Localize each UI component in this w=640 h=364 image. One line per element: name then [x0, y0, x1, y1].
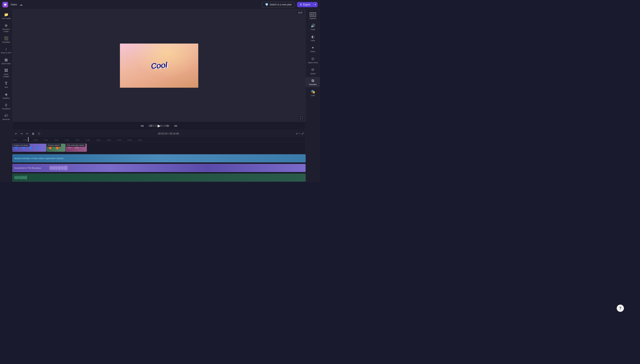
right-item-fade[interactable]: ◐ Fade [306, 33, 320, 43]
captions-label: Captions [309, 18, 316, 20]
sidebar-item-text[interactable]: T Text [0, 80, 12, 90]
sidebar-item-stock-images[interactable]: 🖼 Stock images [0, 67, 12, 79]
right-item-color[interactable]: 🎭 Color [306, 88, 320, 98]
redo-button[interactable]: ↪ [20, 131, 24, 136]
fade-icon: ◐ [311, 34, 314, 39]
sidebar-label-stock-video: Stock video [2, 62, 11, 65]
undo-button[interactable]: ↩ [14, 131, 18, 136]
time-separator: / [159, 124, 160, 127]
video-clip[interactable]: abstract animation of slow motion of geo… [13, 154, 305, 162]
captions-icon: CC [310, 12, 316, 17]
playback-bar: ⏮ ↺ ▶ ↻ ⏭ 00:02.63 / 00:19.99 [13, 122, 305, 130]
tl-time-sep: / [168, 132, 170, 135]
audio-icon: 🔊 [311, 24, 315, 28]
sidebar-label-stock-images: Stock images [1, 73, 12, 78]
delete-button[interactable]: 🗑 [31, 131, 35, 136]
transitions-icon: ⧖ [5, 103, 8, 107]
stock-video-icon: ▦ [5, 58, 8, 62]
sidebar-label-record-create: Record & create [1, 28, 12, 33]
purple-sticker-clip[interactable]: Purple cool sticker 🌀 🌀 🌀 🌀 [13, 144, 46, 152]
sidebar-label-music-sfx: Music & SFX [1, 52, 11, 54]
ruler-mark-28: 0:28 [86, 139, 96, 141]
adjust-colors-label: Adjust colors [308, 62, 318, 64]
fullscreen-button[interactable]: ⛶ [299, 116, 304, 120]
sidebar-label-transitions: Transitions [2, 108, 11, 110]
ruler-marks: 0:00 0:04 0:08 0:12 0:16 0:20 0:24 0:28 … [13, 139, 305, 141]
timeline-time-display: 00:02.63 / 00:19.99 [43, 132, 294, 135]
filters-label: Filters [310, 50, 315, 52]
sidebar-item-brand-kit[interactable]: 🏷 Brand kit [0, 112, 12, 122]
ruler-mark-36: 0:36 [107, 139, 117, 141]
export-button[interactable]: ⬆ Export [297, 2, 313, 7]
export-icon: ⬆ [300, 3, 302, 6]
zoom-out-button[interactable]: − [299, 132, 300, 136]
stock-images-icon: 🖼 [5, 68, 8, 73]
zoom-in-button[interactable]: + [296, 132, 298, 136]
audio-label: Audio [310, 28, 315, 30]
svg-marker-0 [4, 4, 7, 6]
timeline-ruler: 0:00 0:04 0:08 0:12 0:16 0:20 0:24 0:28 … [13, 137, 305, 142]
switch-plan-label: Switch to a new plan [269, 3, 292, 6]
cut-button[interactable]: ✂ [25, 131, 29, 136]
export-dropdown-button[interactable]: ▾ [313, 2, 317, 7]
right-item-captions[interactable]: CC Captions [306, 11, 320, 21]
pink-sticker-clip[interactable]: Pink subscribe sticker SUB SUB [66, 144, 87, 152]
speed-icon: ⟳ [311, 68, 314, 72]
ruler-mark-8: 0:08 [33, 139, 44, 141]
ruler-mark-20: 0:20 [65, 139, 75, 141]
center-area: 16:9 Cool ⛶ ⏮ ↺ ▶ ↻ ⏭ 00:02.63 / 00:19.9… [13, 9, 305, 182]
export-group: ⬆ Export ▾ [297, 2, 317, 7]
switch-plan-button[interactable]: 💎 Switch to a new plan [262, 2, 295, 8]
app-logo [3, 2, 8, 8]
gem-icon: 💎 [265, 3, 268, 6]
save-frame-button[interactable]: ⬡ [37, 131, 41, 136]
cloud-save-icon[interactable]: ☁ [20, 2, 23, 6]
skip-forward-button[interactable]: ⏭ [174, 123, 178, 128]
sidebar-item-transitions[interactable]: ⧖ Transitions [0, 101, 12, 112]
sidebar-item-stock-video[interactable]: ▦ Stock video [0, 56, 12, 66]
video-clip-label: abstract animation of slow motion of geo… [14, 157, 65, 160]
right-item-transition[interactable]: ⧉ Transition [306, 77, 320, 87]
filters-icon: ✦ [311, 46, 314, 50]
ruler-mark-12: 0:12 [44, 139, 54, 141]
text-icon: T [5, 81, 8, 86]
fade-label: Fade [311, 40, 315, 42]
timeline-area: ↩ ↪ ✂ 🗑 ⬡ 00:02.63 / 00:19.99 + − ⤢ [13, 130, 305, 182]
current-time: 00:02.63 [149, 124, 158, 127]
tl-total-time: 00:19.99 [170, 132, 179, 135]
media-icon: 📁 [4, 12, 9, 17]
audio-clip-label: Somewhere In The Mountains [14, 167, 41, 169]
right-item-filters[interactable]: ✦ Filters [306, 44, 320, 54]
sidebar-item-templates[interactable]: ⬛ Templates [0, 34, 12, 45]
preview-canvas: Cool [120, 44, 198, 88]
right-item-audio[interactable]: 🔊 Audio [306, 22, 320, 32]
cool-text-overlay: Cool [150, 60, 167, 71]
sidebar-item-your-media[interactable]: 📁 Your media [0, 11, 12, 21]
ruler-mark-32: 0:32 [96, 139, 107, 141]
timeline-zoom-controls: + − ⤢ [296, 132, 304, 136]
sidebar-item-graphics[interactable]: ◈ Graphics [0, 90, 12, 101]
audio-clip[interactable]: Somewhere In The Mountains [13, 164, 305, 172]
preview-section: 16:9 Cool ⛶ ⏮ ↺ ▶ ↻ ⏭ 00:02.63 / 00:19.9… [13, 9, 305, 130]
left-sidebar: 📁 Your media ⊕ Record & create ⬛ Templat… [0, 9, 13, 182]
sidebar-item-music-sfx[interactable]: ♪ Music & SFX [0, 45, 12, 56]
skip-back-button[interactable]: ⏮ [140, 123, 145, 128]
fit-button[interactable]: ⤢ [301, 132, 304, 136]
sticker-track: Purple cool sticker 🌀 🌀 🌀 🌀 Present stic… [13, 142, 305, 154]
sidebar-label-templates: Templates [2, 41, 10, 43]
ruler-mark-40: 0:40 [117, 139, 127, 141]
color-icon: 🎭 [311, 90, 315, 94]
record-icon: ⊕ [5, 23, 8, 28]
sidebar-item-record-create[interactable]: ⊕ Record & create [0, 22, 12, 34]
video-track: abstract animation of slow motion of geo… [13, 154, 305, 163]
present-sticker-clip[interactable]: Present sticker 🎁 🎁 [47, 144, 65, 152]
tl-current-time: 00:02.63 [158, 132, 168, 135]
right-item-adjust-colors[interactable]: ⊙ Adjust colors [306, 55, 320, 65]
aspect-ratio-badge: 16:9 [296, 11, 304, 14]
total-time: 00:19.99 [160, 124, 170, 127]
preview-area: 16:9 Cool ⛶ [13, 9, 305, 122]
topbar: Video ☁ 💎 Switch to a new plan ⬆ Export … [0, 0, 320, 9]
right-item-speed[interactable]: ⟳ Speed [306, 66, 320, 76]
ruler-mark-24: 0:24 [75, 139, 86, 141]
extra-clip[interactable] [13, 174, 305, 182]
